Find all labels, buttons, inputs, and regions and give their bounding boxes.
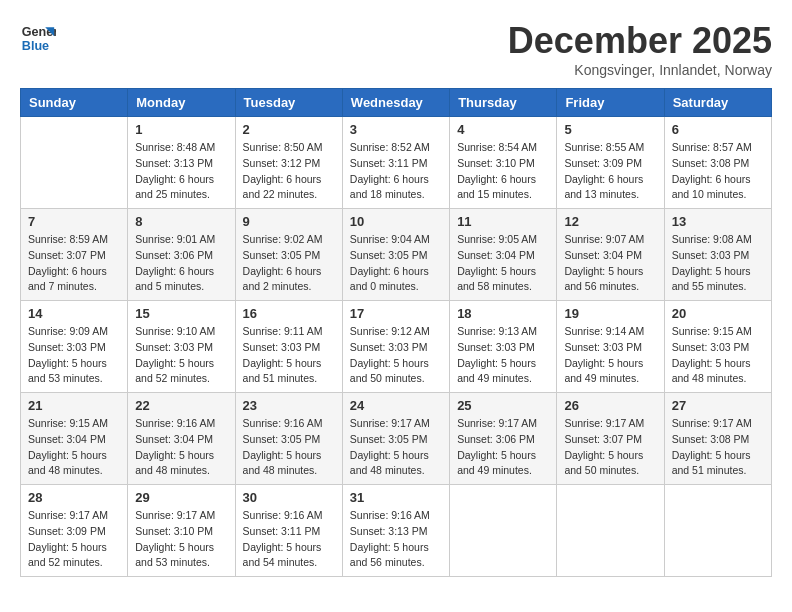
- day-info: Sunrise: 9:11 AM Sunset: 3:03 PM Dayligh…: [243, 324, 335, 387]
- day-info: Sunrise: 9:16 AM Sunset: 3:05 PM Dayligh…: [243, 416, 335, 479]
- day-info: Sunrise: 9:09 AM Sunset: 3:03 PM Dayligh…: [28, 324, 120, 387]
- day-info: Sunrise: 9:16 AM Sunset: 3:11 PM Dayligh…: [243, 508, 335, 571]
- calendar-cell: 16Sunrise: 9:11 AM Sunset: 3:03 PM Dayli…: [235, 301, 342, 393]
- day-info: Sunrise: 9:17 AM Sunset: 3:05 PM Dayligh…: [350, 416, 442, 479]
- day-info: Sunrise: 9:15 AM Sunset: 3:04 PM Dayligh…: [28, 416, 120, 479]
- day-number: 15: [135, 306, 227, 321]
- day-info: Sunrise: 9:17 AM Sunset: 3:10 PM Dayligh…: [135, 508, 227, 571]
- calendar-cell: 3Sunrise: 8:52 AM Sunset: 3:11 PM Daylig…: [342, 117, 449, 209]
- calendar-cell: 29Sunrise: 9:17 AM Sunset: 3:10 PM Dayli…: [128, 485, 235, 577]
- day-number: 18: [457, 306, 549, 321]
- day-info: Sunrise: 9:17 AM Sunset: 3:06 PM Dayligh…: [457, 416, 549, 479]
- calendar-cell: 11Sunrise: 9:05 AM Sunset: 3:04 PM Dayli…: [450, 209, 557, 301]
- day-info: Sunrise: 9:14 AM Sunset: 3:03 PM Dayligh…: [564, 324, 656, 387]
- day-number: 19: [564, 306, 656, 321]
- day-info: Sunrise: 8:50 AM Sunset: 3:12 PM Dayligh…: [243, 140, 335, 203]
- day-info: Sunrise: 8:55 AM Sunset: 3:09 PM Dayligh…: [564, 140, 656, 203]
- day-info: Sunrise: 9:02 AM Sunset: 3:05 PM Dayligh…: [243, 232, 335, 295]
- day-info: Sunrise: 9:17 AM Sunset: 3:07 PM Dayligh…: [564, 416, 656, 479]
- day-number: 16: [243, 306, 335, 321]
- day-number: 25: [457, 398, 549, 413]
- calendar-cell: 22Sunrise: 9:16 AM Sunset: 3:04 PM Dayli…: [128, 393, 235, 485]
- calendar-cell: 15Sunrise: 9:10 AM Sunset: 3:03 PM Dayli…: [128, 301, 235, 393]
- calendar-cell: 28Sunrise: 9:17 AM Sunset: 3:09 PM Dayli…: [21, 485, 128, 577]
- day-info: Sunrise: 9:05 AM Sunset: 3:04 PM Dayligh…: [457, 232, 549, 295]
- day-number: 13: [672, 214, 764, 229]
- calendar-cell: 31Sunrise: 9:16 AM Sunset: 3:13 PM Dayli…: [342, 485, 449, 577]
- calendar-cell: 5Sunrise: 8:55 AM Sunset: 3:09 PM Daylig…: [557, 117, 664, 209]
- weekday-header-row: SundayMondayTuesdayWednesdayThursdayFrid…: [21, 89, 772, 117]
- calendar-cell: 6Sunrise: 8:57 AM Sunset: 3:08 PM Daylig…: [664, 117, 771, 209]
- day-number: 24: [350, 398, 442, 413]
- day-info: Sunrise: 9:17 AM Sunset: 3:09 PM Dayligh…: [28, 508, 120, 571]
- day-number: 30: [243, 490, 335, 505]
- calendar-cell: 25Sunrise: 9:17 AM Sunset: 3:06 PM Dayli…: [450, 393, 557, 485]
- calendar-cell: 27Sunrise: 9:17 AM Sunset: 3:08 PM Dayli…: [664, 393, 771, 485]
- day-number: 8: [135, 214, 227, 229]
- calendar-cell: 12Sunrise: 9:07 AM Sunset: 3:04 PM Dayli…: [557, 209, 664, 301]
- calendar-cell: 4Sunrise: 8:54 AM Sunset: 3:10 PM Daylig…: [450, 117, 557, 209]
- day-info: Sunrise: 9:15 AM Sunset: 3:03 PM Dayligh…: [672, 324, 764, 387]
- calendar-cell: 26Sunrise: 9:17 AM Sunset: 3:07 PM Dayli…: [557, 393, 664, 485]
- day-info: Sunrise: 9:16 AM Sunset: 3:13 PM Dayligh…: [350, 508, 442, 571]
- day-number: 6: [672, 122, 764, 137]
- day-info: Sunrise: 9:01 AM Sunset: 3:06 PM Dayligh…: [135, 232, 227, 295]
- day-number: 10: [350, 214, 442, 229]
- weekday-header-saturday: Saturday: [664, 89, 771, 117]
- day-info: Sunrise: 8:52 AM Sunset: 3:11 PM Dayligh…: [350, 140, 442, 203]
- calendar-cell: 30Sunrise: 9:16 AM Sunset: 3:11 PM Dayli…: [235, 485, 342, 577]
- svg-text:Blue: Blue: [22, 39, 49, 53]
- calendar-week-5: 28Sunrise: 9:17 AM Sunset: 3:09 PM Dayli…: [21, 485, 772, 577]
- day-info: Sunrise: 9:12 AM Sunset: 3:03 PM Dayligh…: [350, 324, 442, 387]
- calendar-cell: 23Sunrise: 9:16 AM Sunset: 3:05 PM Dayli…: [235, 393, 342, 485]
- weekday-header-thursday: Thursday: [450, 89, 557, 117]
- weekday-header-tuesday: Tuesday: [235, 89, 342, 117]
- month-title: December 2025: [508, 20, 772, 62]
- calendar-week-1: 1Sunrise: 8:48 AM Sunset: 3:13 PM Daylig…: [21, 117, 772, 209]
- calendar-cell: [664, 485, 771, 577]
- calendar-cell: 24Sunrise: 9:17 AM Sunset: 3:05 PM Dayli…: [342, 393, 449, 485]
- calendar-cell: 19Sunrise: 9:14 AM Sunset: 3:03 PM Dayli…: [557, 301, 664, 393]
- calendar-cell: [450, 485, 557, 577]
- day-number: 12: [564, 214, 656, 229]
- calendar-week-2: 7Sunrise: 8:59 AM Sunset: 3:07 PM Daylig…: [21, 209, 772, 301]
- calendar-cell: [557, 485, 664, 577]
- day-number: 21: [28, 398, 120, 413]
- day-number: 29: [135, 490, 227, 505]
- calendar-cell: 9Sunrise: 9:02 AM Sunset: 3:05 PM Daylig…: [235, 209, 342, 301]
- title-block: December 2025 Kongsvinger, Innlandet, No…: [508, 20, 772, 78]
- day-number: 3: [350, 122, 442, 137]
- day-info: Sunrise: 9:04 AM Sunset: 3:05 PM Dayligh…: [350, 232, 442, 295]
- day-number: 7: [28, 214, 120, 229]
- day-number: 17: [350, 306, 442, 321]
- calendar-cell: 1Sunrise: 8:48 AM Sunset: 3:13 PM Daylig…: [128, 117, 235, 209]
- day-number: 5: [564, 122, 656, 137]
- calendar-week-3: 14Sunrise: 9:09 AM Sunset: 3:03 PM Dayli…: [21, 301, 772, 393]
- day-info: Sunrise: 8:57 AM Sunset: 3:08 PM Dayligh…: [672, 140, 764, 203]
- calendar-cell: 18Sunrise: 9:13 AM Sunset: 3:03 PM Dayli…: [450, 301, 557, 393]
- weekday-header-friday: Friday: [557, 89, 664, 117]
- day-number: 9: [243, 214, 335, 229]
- day-number: 23: [243, 398, 335, 413]
- weekday-header-sunday: Sunday: [21, 89, 128, 117]
- calendar-cell: 17Sunrise: 9:12 AM Sunset: 3:03 PM Dayli…: [342, 301, 449, 393]
- calendar-cell: 8Sunrise: 9:01 AM Sunset: 3:06 PM Daylig…: [128, 209, 235, 301]
- page-header: General Blue December 2025 Kongsvinger, …: [20, 20, 772, 78]
- location: Kongsvinger, Innlandet, Norway: [508, 62, 772, 78]
- day-info: Sunrise: 9:17 AM Sunset: 3:08 PM Dayligh…: [672, 416, 764, 479]
- weekday-header-wednesday: Wednesday: [342, 89, 449, 117]
- day-number: 2: [243, 122, 335, 137]
- day-number: 1: [135, 122, 227, 137]
- day-info: Sunrise: 9:08 AM Sunset: 3:03 PM Dayligh…: [672, 232, 764, 295]
- day-info: Sunrise: 9:13 AM Sunset: 3:03 PM Dayligh…: [457, 324, 549, 387]
- day-info: Sunrise: 9:10 AM Sunset: 3:03 PM Dayligh…: [135, 324, 227, 387]
- calendar-week-4: 21Sunrise: 9:15 AM Sunset: 3:04 PM Dayli…: [21, 393, 772, 485]
- day-number: 20: [672, 306, 764, 321]
- day-number: 31: [350, 490, 442, 505]
- day-number: 22: [135, 398, 227, 413]
- day-number: 4: [457, 122, 549, 137]
- day-number: 14: [28, 306, 120, 321]
- calendar-cell: 2Sunrise: 8:50 AM Sunset: 3:12 PM Daylig…: [235, 117, 342, 209]
- day-number: 27: [672, 398, 764, 413]
- calendar-table: SundayMondayTuesdayWednesdayThursdayFrid…: [20, 88, 772, 577]
